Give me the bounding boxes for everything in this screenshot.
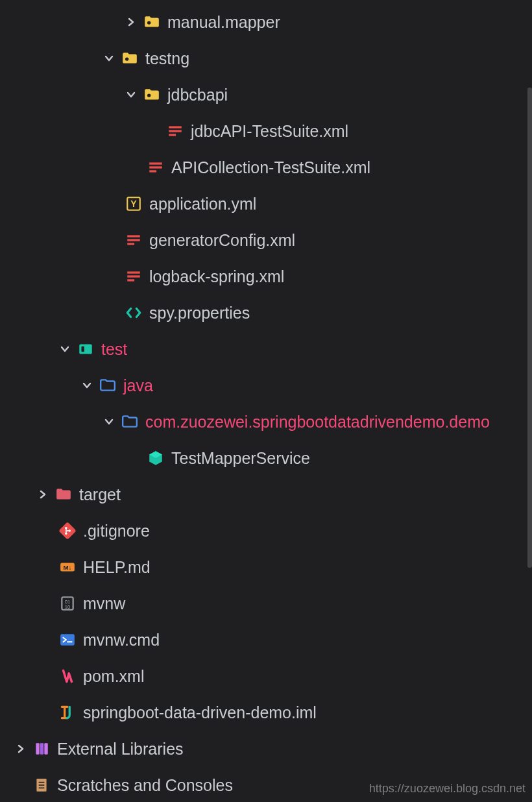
tree-item-label: Scratches and Consoles [57, 776, 233, 795]
tree-item-package[interactable]: com.zuozewei.springbootdatadrivendemo.de… [0, 404, 532, 440]
tree-item-label: generatorConfig.xml [149, 231, 295, 250]
yaml-file-icon: Y [125, 195, 143, 213]
svg-rect-30 [60, 634, 75, 645]
tree-item-label: springboot-data-driven-demo.iml [83, 703, 317, 722]
svg-rect-4 [169, 130, 182, 132]
chevron-down-icon [125, 88, 138, 101]
svg-rect-6 [149, 162, 162, 164]
svg-rect-7 [149, 166, 162, 168]
chevron-down-icon [58, 343, 71, 356]
folder-icon [143, 86, 161, 104]
tree-item-label: jdbcAPI-TestSuite.xml [191, 122, 348, 141]
tree-item-label: pom.xml [83, 667, 144, 686]
tree-item-test-mapper[interactable]: TestMapperService [0, 440, 532, 476]
tree-item-testng[interactable]: testng [0, 40, 532, 77]
tree-item-test[interactable]: test [0, 331, 532, 367]
class-icon [147, 449, 165, 467]
tree-item-label: com.zuozewei.springbootdatadrivendemo.de… [145, 413, 490, 431]
svg-rect-8 [149, 170, 156, 172]
tree-item-label: TestMapperService [171, 449, 310, 468]
xml-file-icon [125, 267, 143, 286]
cmd-file-icon [58, 631, 77, 649]
markdown-file-icon: M↓ [58, 558, 77, 576]
tree-item-label: jdbcbapi [167, 86, 228, 104]
tree-item-app-yml[interactable]: Y application.yml [0, 186, 532, 222]
xml-file-icon [125, 231, 143, 249]
package-folder-icon [121, 413, 139, 431]
svg-rect-33 [40, 743, 43, 754]
svg-rect-14 [127, 271, 140, 273]
svg-point-1 [125, 57, 128, 60]
chevron-down-icon [103, 415, 115, 428]
tree-item-label: java [123, 376, 153, 395]
svg-rect-17 [79, 344, 92, 354]
scrollbar[interactable] [527, 88, 532, 568]
xml-file-icon [147, 158, 165, 176]
tree-item-label: logback-spring.xml [149, 267, 284, 286]
tree-item-label: mvnw [83, 594, 125, 613]
svg-point-0 [147, 21, 151, 24]
tree-item-label: target [79, 485, 121, 504]
tree-item-gitignore[interactable]: .gitignore [0, 513, 532, 549]
svg-rect-15 [127, 275, 140, 277]
tree-item-jdbcbapi[interactable]: jdbcbapi [0, 77, 532, 113]
source-folder-icon [99, 376, 117, 395]
tree-item-spy[interactable]: spy.properties [0, 295, 532, 331]
tree-item-api-collection[interactable]: APICollection-TestSuite.xml [0, 149, 532, 186]
excluded-folder-icon [54, 485, 73, 504]
code-file-icon [125, 304, 143, 322]
svg-text:10: 10 [65, 604, 70, 610]
svg-rect-12 [127, 239, 140, 241]
tree-item-pom[interactable]: pom.xml [0, 658, 532, 694]
tree-item-target[interactable]: target [0, 476, 532, 513]
tree-item-gen-config[interactable]: generatorConfig.xml [0, 222, 532, 258]
maven-file-icon [58, 667, 77, 685]
tree-item-label: APICollection-TestSuite.xml [171, 158, 370, 177]
svg-text:Y: Y [130, 199, 137, 209]
tree-item-help-md[interactable]: M↓ HELP.md [0, 549, 532, 585]
tree-item-label: application.yml [149, 195, 256, 213]
test-folder-icon [77, 340, 95, 358]
library-icon [32, 740, 51, 758]
tree-item-manual-mapper[interactable]: manual.mapper [0, 4, 532, 40]
tree-item-label: External Libraries [57, 740, 184, 759]
folder-icon [121, 49, 139, 67]
tree-item-java[interactable]: java [0, 367, 532, 404]
git-file-icon [58, 522, 77, 540]
folder-icon [143, 13, 161, 31]
chevron-down-icon [103, 52, 115, 65]
svg-point-2 [147, 93, 151, 97]
watermark: https://zuozewei.blog.csdn.net [369, 782, 526, 796]
chevron-down-icon [80, 379, 93, 392]
chevron-right-icon [14, 742, 27, 755]
tree-item-label: mvnw.cmd [83, 631, 160, 650]
xml-file-icon [166, 122, 184, 140]
tree-item-logback[interactable]: logback-spring.xml [0, 258, 532, 295]
svg-rect-13 [127, 243, 134, 245]
scratch-icon [32, 776, 51, 794]
tree-item-label: manual.mapper [167, 13, 280, 32]
tree-item-label: testng [145, 49, 189, 68]
tree-item-label: .gitignore [83, 522, 150, 541]
tree-item-mvnw-cmd[interactable]: mvnw.cmd [0, 622, 532, 658]
tree-item-external-libraries[interactable]: External Libraries [0, 731, 532, 767]
svg-rect-32 [36, 743, 39, 754]
svg-rect-5 [169, 134, 176, 136]
svg-rect-11 [127, 235, 140, 237]
svg-text:M↓: M↓ [64, 564, 72, 571]
chevron-right-icon [36, 488, 49, 501]
project-tree: manual.mapper testng jdbcbapi jdbcAPI-Te… [0, 0, 532, 802]
tree-item-label: test [101, 340, 127, 359]
svg-rect-3 [169, 126, 182, 128]
chevron-right-icon [125, 16, 138, 29]
svg-rect-34 [44, 743, 47, 754]
tree-item-jdbc-suite[interactable]: jdbcAPI-TestSuite.xml [0, 113, 532, 149]
tree-item-label: HELP.md [83, 558, 151, 577]
tree-item-label: spy.properties [149, 304, 250, 322]
svg-rect-18 [82, 346, 84, 352]
tree-item-iml[interactable]: springboot-data-driven-demo.iml [0, 694, 532, 731]
svg-rect-16 [127, 279, 134, 281]
tree-item-mvnw[interactable]: 0110 mvnw [0, 585, 532, 622]
intellij-file-icon [58, 703, 77, 722]
binary-file-icon: 0110 [58, 594, 77, 613]
